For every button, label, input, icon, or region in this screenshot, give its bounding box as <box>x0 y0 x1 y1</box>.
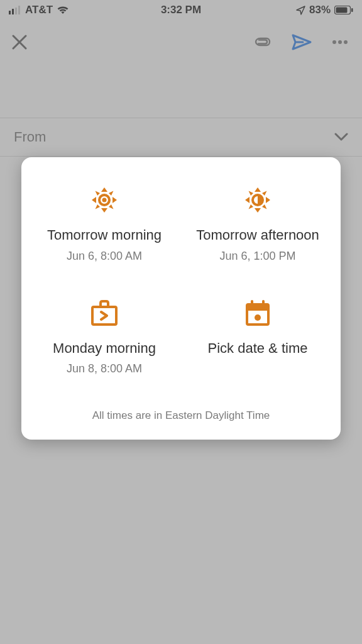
option-label: Monday morning <box>53 340 156 358</box>
timezone-note: All times are in Eastern Daylight Time <box>28 409 334 422</box>
svg-rect-15 <box>92 307 116 325</box>
option-label: Tomorrow afternoon <box>196 226 319 245</box>
option-monday-morning[interactable]: Monday morning Jun 8, 8:00 AM <box>28 296 181 376</box>
option-tomorrow-morning[interactable]: Tomorrow morning Jun 6, 8:00 AM <box>28 182 181 263</box>
option-label: Tomorrow morning <box>47 226 162 245</box>
option-sublabel: Jun 8, 8:00 AM <box>67 362 142 375</box>
option-sublabel: Jun 6, 8:00 AM <box>67 250 142 263</box>
svg-point-20 <box>255 314 261 321</box>
briefcase-icon <box>90 299 119 327</box>
sun-morning-icon <box>89 185 119 215</box>
option-tomorrow-afternoon[interactable]: Tomorrow afternoon Jun 6, 1:00 PM <box>181 182 334 263</box>
option-label: Pick date & time <box>208 340 308 358</box>
calendar-icon <box>244 299 271 327</box>
svg-rect-17 <box>247 304 268 311</box>
modal-overlay[interactable]: Tomorrow morning Jun 6, 8:00 AM <box>0 0 362 644</box>
svg-point-13 <box>102 198 107 203</box>
sun-afternoon-icon <box>243 185 273 215</box>
schedule-send-modal: Tomorrow morning Jun 6, 8:00 AM <box>21 157 341 440</box>
option-sublabel: Jun 6, 1:00 PM <box>219 250 295 263</box>
option-pick-date-time[interactable]: Pick date & time <box>181 296 334 376</box>
